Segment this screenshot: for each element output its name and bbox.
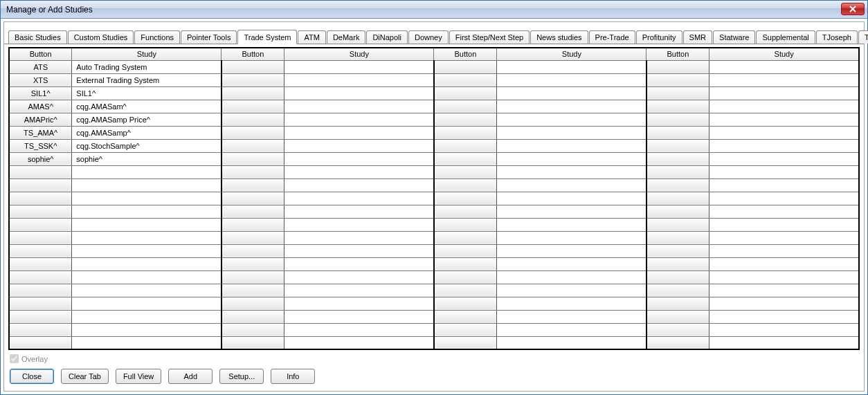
study-button-cell[interactable]: TS_SSK^	[9, 139, 72, 152]
study-name-cell[interactable]: External Trading System	[72, 73, 221, 86]
study-name-cell[interactable]	[709, 192, 859, 205]
study-button-cell[interactable]	[221, 270, 284, 284]
study-button-cell[interactable]	[647, 178, 709, 192]
study-button-cell[interactable]	[221, 323, 284, 336]
study-button-cell[interactable]	[9, 323, 72, 336]
study-name-cell[interactable]	[284, 284, 434, 297]
study-name-cell[interactable]: cqg.AMASam^	[72, 100, 221, 113]
study-button-cell[interactable]	[221, 284, 284, 297]
study-name-cell[interactable]	[709, 257, 859, 270]
study-name-cell[interactable]	[709, 113, 859, 126]
study-button-cell[interactable]	[434, 165, 497, 178]
study-name-cell[interactable]	[497, 231, 647, 244]
study-button-cell[interactable]	[434, 100, 497, 113]
study-button-cell[interactable]	[221, 218, 284, 231]
study-name-cell[interactable]	[72, 270, 221, 284]
study-button-cell[interactable]	[9, 231, 72, 244]
study-name-cell[interactable]	[497, 284, 647, 297]
study-name-cell[interactable]: cqg.AMASamp^	[72, 126, 221, 139]
study-button-cell[interactable]	[434, 270, 497, 284]
add-button[interactable]: Add	[168, 369, 213, 384]
study-button-cell[interactable]: AMAPric^	[9, 113, 72, 126]
tab-profitunity[interactable]: Profitunity	[636, 30, 682, 44]
study-button-cell[interactable]	[434, 323, 497, 336]
study-button-cell[interactable]	[434, 257, 497, 270]
study-name-cell[interactable]	[497, 165, 647, 178]
study-button-cell[interactable]	[647, 73, 709, 86]
study-button-cell[interactable]	[434, 244, 497, 257]
study-button-cell[interactable]	[221, 336, 284, 349]
study-name-cell[interactable]	[284, 139, 434, 152]
study-button-cell[interactable]	[9, 284, 72, 297]
study-name-cell[interactable]	[72, 310, 221, 323]
study-name-cell[interactable]	[497, 310, 647, 323]
tab-custom-studies[interactable]: Custom Studies	[68, 30, 134, 44]
tab-supplemental[interactable]: Supplemental	[756, 30, 815, 44]
overlay-checkbox[interactable]	[10, 354, 19, 363]
study-button-cell[interactable]	[647, 297, 709, 310]
study-button-cell[interactable]	[221, 165, 284, 178]
study-button-cell[interactable]	[647, 336, 709, 349]
study-name-cell[interactable]	[284, 323, 434, 336]
study-name-cell[interactable]	[709, 165, 859, 178]
study-button-cell[interactable]	[647, 113, 709, 126]
clear-tab-button[interactable]: Clear Tab	[61, 369, 109, 384]
study-name-cell[interactable]	[72, 297, 221, 310]
study-button-cell[interactable]	[221, 152, 284, 165]
tab-atm[interactable]: ATM	[298, 30, 325, 44]
study-button-cell[interactable]	[647, 152, 709, 165]
study-name-cell[interactable]	[497, 100, 647, 113]
study-button-cell[interactable]	[9, 218, 72, 231]
study-name-cell[interactable]	[497, 178, 647, 192]
study-button-cell[interactable]	[221, 100, 284, 113]
study-button-cell[interactable]	[434, 218, 497, 231]
study-button-cell[interactable]	[221, 231, 284, 244]
study-button-cell[interactable]	[647, 257, 709, 270]
study-button-cell[interactable]	[221, 192, 284, 205]
close-icon-button[interactable]	[841, 3, 865, 15]
study-button-cell[interactable]	[9, 336, 72, 349]
study-name-cell[interactable]	[284, 257, 434, 270]
tab-dinapoli[interactable]: DiNapoli	[366, 30, 408, 44]
study-name-cell[interactable]	[284, 192, 434, 205]
study-name-cell[interactable]	[709, 126, 859, 139]
study-name-cell[interactable]	[72, 205, 221, 218]
study-name-cell[interactable]	[709, 60, 859, 73]
study-name-cell[interactable]	[72, 178, 221, 192]
study-name-cell[interactable]	[284, 205, 434, 218]
study-button-cell[interactable]	[434, 231, 497, 244]
study-button-cell[interactable]	[434, 126, 497, 139]
study-name-cell[interactable]	[72, 284, 221, 297]
study-button-cell[interactable]	[221, 205, 284, 218]
study-button-cell[interactable]	[434, 192, 497, 205]
study-name-cell[interactable]	[284, 178, 434, 192]
study-name-cell[interactable]	[72, 323, 221, 336]
study-name-cell[interactable]	[709, 86, 859, 100]
study-button-cell[interactable]	[647, 218, 709, 231]
study-name-cell[interactable]	[709, 231, 859, 244]
study-name-cell[interactable]	[497, 257, 647, 270]
tab-basic-studies[interactable]: Basic Studies	[8, 30, 67, 44]
study-button-cell[interactable]	[9, 165, 72, 178]
study-name-cell[interactable]	[497, 60, 647, 73]
tab-demark[interactable]: DeMark	[327, 30, 366, 44]
study-name-cell[interactable]	[284, 336, 434, 349]
study-button-cell[interactable]	[647, 60, 709, 73]
tab-downey[interactable]: Downey	[408, 30, 449, 44]
study-name-cell[interactable]	[72, 336, 221, 349]
study-name-cell[interactable]	[709, 73, 859, 86]
tab-smr[interactable]: SMR	[683, 30, 712, 44]
study-name-cell[interactable]	[72, 244, 221, 257]
study-button-cell[interactable]	[647, 244, 709, 257]
study-button-cell[interactable]	[434, 139, 497, 152]
study-button-cell[interactable]	[434, 73, 497, 86]
study-button-cell[interactable]	[221, 126, 284, 139]
study-button-cell[interactable]	[9, 244, 72, 257]
study-name-cell[interactable]	[497, 152, 647, 165]
study-name-cell[interactable]	[497, 139, 647, 152]
study-button-cell[interactable]	[647, 86, 709, 100]
tab-tjoseph[interactable]: TJoseph	[816, 30, 858, 44]
study-button-cell[interactable]	[9, 310, 72, 323]
study-button-cell[interactable]	[434, 60, 497, 73]
study-name-cell[interactable]: cqg.AMASamp Price^	[72, 113, 221, 126]
